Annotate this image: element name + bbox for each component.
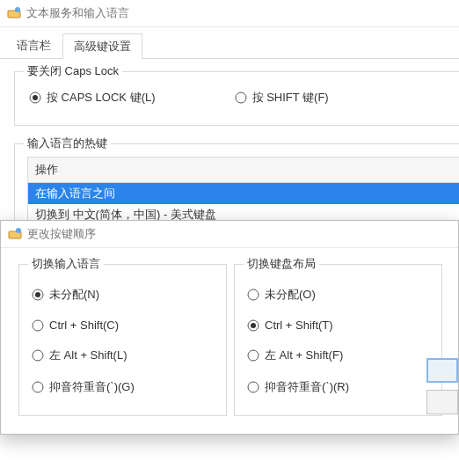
svg-point-9 bbox=[33, 320, 43, 331]
svg-point-14 bbox=[251, 323, 256, 328]
left-radio-alt[interactable]: 左 Alt + Shift(L) bbox=[32, 340, 214, 371]
capslock-radio-caps-label: 按 CAPS LOCK 键(L) bbox=[47, 90, 156, 106]
left-radio-alt-label: 左 Alt + Shift(L) bbox=[49, 348, 128, 363]
col-action[interactable]: 操作 bbox=[28, 157, 459, 182]
radio-selected-icon bbox=[247, 319, 259, 332]
radio-unselected-icon bbox=[247, 289, 259, 301]
child-titlebar: 更改按键顺序 bbox=[1, 221, 458, 248]
ok-button[interactable] bbox=[426, 358, 458, 383]
tab-language-bar[interactable]: 语言栏 bbox=[5, 33, 62, 58]
right-radio-ctrl[interactable]: Ctrl + Shift(T) bbox=[247, 311, 429, 340]
radio-unselected-icon bbox=[247, 349, 259, 362]
svg-point-6 bbox=[16, 228, 21, 233]
svg-point-3 bbox=[33, 95, 38, 100]
tab-advanced-keys[interactable]: 高级键设置 bbox=[62, 33, 142, 59]
right-radio-none[interactable]: 未分配(O) bbox=[247, 279, 429, 311]
right-radio-grave[interactable]: 抑音符重音(`)(R) bbox=[247, 371, 429, 403]
svg-point-16 bbox=[248, 382, 259, 392]
left-radio-ctrl[interactable]: Ctrl + Shift(C) bbox=[32, 311, 214, 340]
svg-point-1 bbox=[15, 7, 20, 12]
capslock-legend: 要关闭 Caps Lock bbox=[24, 63, 122, 79]
right-radio-alt[interactable]: 左 Alt + Shift(F) bbox=[247, 340, 429, 371]
radio-unselected-icon bbox=[32, 349, 44, 362]
child-body: 切换输入语言 未分配(N) Ctrl + Shift(C) 左 Alt + Sh… bbox=[1, 248, 458, 434]
svg-point-15 bbox=[248, 350, 259, 361]
radio-selected-icon bbox=[32, 289, 44, 301]
radio-unselected-icon bbox=[235, 92, 247, 104]
keyboard-locale-icon bbox=[7, 6, 21, 20]
hotkeys-legend: 输入语言的热键 bbox=[24, 135, 111, 151]
cancel-button[interactable] bbox=[426, 390, 458, 414]
right-radio-grave-label: 抑音符重音(`)(R) bbox=[265, 379, 349, 395]
svg-point-4 bbox=[236, 92, 246, 103]
svg-point-11 bbox=[33, 382, 43, 392]
switch-input-language-group: 切换输入语言 未分配(N) Ctrl + Shift(C) 左 Alt + Sh… bbox=[18, 264, 227, 416]
capslock-radio-shift[interactable]: 按 SHIFT 键(F) bbox=[235, 90, 329, 106]
parent-title: 文本服务和输入语言 bbox=[26, 5, 129, 21]
svg-point-8 bbox=[35, 292, 40, 297]
right-radio-alt-label: 左 Alt + Shift(F) bbox=[265, 348, 343, 363]
right-legend: 切换键盘布局 bbox=[244, 256, 319, 272]
left-radio-grave-label: 抑音符重音(`)(G) bbox=[49, 379, 135, 395]
radio-unselected-icon bbox=[32, 381, 44, 393]
left-radio-none[interactable]: 未分配(N) bbox=[32, 279, 214, 311]
right-radio-none-label: 未分配(O) bbox=[265, 287, 316, 303]
child-title: 更改按键顺序 bbox=[27, 226, 96, 242]
radio-unselected-icon bbox=[247, 381, 259, 393]
left-legend: 切换输入语言 bbox=[28, 256, 104, 272]
hotkey-row-selected[interactable]: 在输入语言之间 bbox=[28, 183, 459, 204]
left-radio-none-label: 未分配(N) bbox=[49, 287, 99, 303]
hotkey-list-header: 操作 按键顺 bbox=[27, 157, 459, 183]
left-radio-grave[interactable]: 抑音符重音(`)(G) bbox=[32, 371, 214, 403]
svg-point-12 bbox=[248, 289, 259, 300]
capslock-group: 要关闭 Caps Lock 按 CAPS LOCK 键(L) 按 SHIFT 键… bbox=[14, 71, 459, 126]
change-key-sequence-dialog: 更改按键顺序 切换输入语言 未分配(N) Ctrl + Shift(C) 左 A… bbox=[0, 220, 459, 435]
radio-unselected-icon bbox=[32, 319, 44, 332]
tabstrip: 语言栏 高级键设置 bbox=[0, 27, 459, 59]
switch-keyboard-layout-group: 切换键盘布局 未分配(O) Ctrl + Shift(T) 左 Alt + Sh… bbox=[234, 264, 442, 416]
left-radio-ctrl-label: Ctrl + Shift(C) bbox=[49, 319, 119, 332]
keyboard-locale-icon bbox=[8, 227, 22, 241]
right-radio-ctrl-label: Ctrl + Shift(T) bbox=[265, 319, 333, 332]
capslock-radio-shift-label: 按 SHIFT 键(F) bbox=[252, 90, 329, 106]
capslock-radio-caps[interactable]: 按 CAPS LOCK 键(L) bbox=[29, 90, 156, 106]
radio-selected-icon bbox=[29, 92, 41, 104]
svg-point-10 bbox=[33, 350, 43, 361]
parent-titlebar: 文本服务和输入语言 bbox=[0, 0, 459, 27]
